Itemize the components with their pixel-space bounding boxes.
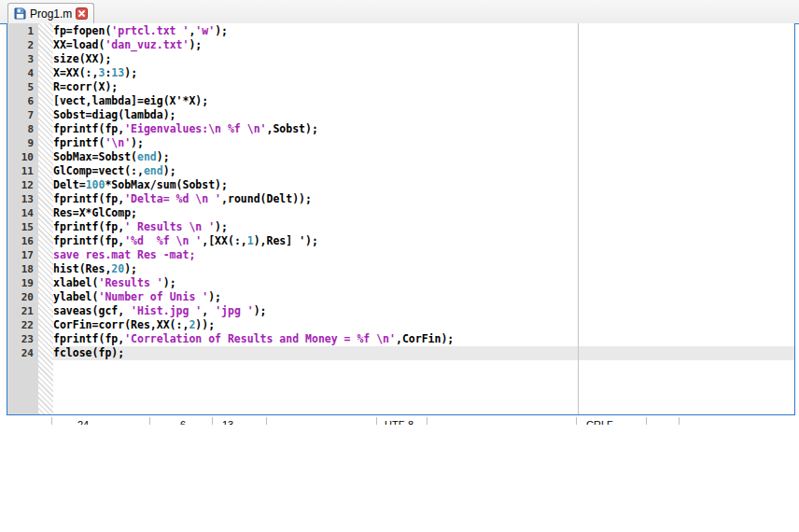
breakpoint-margin-cell[interactable]: [38, 164, 53, 178]
status-separator: [51, 417, 52, 425]
line-number: 24: [7, 346, 38, 360]
breakpoint-margin-cell[interactable]: [38, 346, 53, 360]
line-number: 21: [7, 304, 38, 318]
code-line[interactable]: 19xlabel('Results ');: [7, 276, 794, 290]
code-line[interactable]: 3size(XX);: [7, 52, 794, 66]
status-separator: [427, 417, 428, 425]
line-number: 17: [7, 248, 38, 262]
breakpoint-margin-cell[interactable]: [38, 80, 53, 94]
code-text: fprintf(fp,' Results \n ');: [53, 220, 228, 234]
code-line[interactable]: 15fprintf(fp,' Results \n ');: [7, 220, 794, 234]
code-line[interactable]: 18hist(Res,20);: [7, 262, 794, 276]
breakpoint-margin-cell[interactable]: [38, 136, 53, 150]
breakpoint-margin-cell[interactable]: [38, 304, 53, 318]
line-number: 14: [7, 206, 38, 220]
code-line[interactable]: 20ylabel('Number of Unis ');: [7, 290, 794, 304]
code-text: CorFin=corr(Res,XX(:,2));: [53, 318, 215, 332]
status-separator: [149, 417, 150, 425]
breakpoint-margin-cell[interactable]: [38, 178, 53, 192]
code-line[interactable]: 8fprintf(fp,'Eigenvalues:\n %f \n',Sobst…: [7, 122, 794, 136]
code-line[interactable]: 16fprintf(fp,'%d %f \n ',[XX(:,1),Res] '…: [7, 234, 794, 248]
breakpoint-margin-cell[interactable]: [38, 24, 53, 38]
status-field-column: 6: [180, 419, 186, 425]
line-number: 18: [7, 262, 38, 276]
code-line[interactable]: 6[vect,lambda]=eig(X'*X);: [7, 94, 794, 108]
breakpoint-margin-cell[interactable]: [38, 248, 53, 262]
breakpoint-margin-cell[interactable]: [38, 94, 53, 108]
code-editor[interactable]: 1fp=fopen('prtcl.txt ','w');2XX=load('da…: [7, 23, 795, 415]
breakpoint-margin-cell[interactable]: [38, 318, 53, 332]
breakpoint-margin-cell[interactable]: [38, 150, 53, 164]
line-number: 7: [7, 108, 38, 122]
code-line[interactable]: 1fp=fopen('prtcl.txt ','w');: [7, 24, 794, 38]
code-text: GlComp=vect(:,end);: [53, 164, 176, 178]
code-line[interactable]: 2XX=load('dan_vuz.txt');: [7, 38, 794, 52]
breakpoint-margin-cell[interactable]: [38, 66, 53, 80]
line-number: 4: [7, 66, 38, 80]
code-text: Sobst=diag(lambda);: [53, 108, 176, 122]
code-text: fprintf('\n');: [53, 136, 144, 150]
breakpoint-margin-cell[interactable]: [38, 332, 53, 346]
status-field-line-ending: CRLF: [586, 419, 613, 425]
status-separator: [679, 417, 680, 425]
code-line[interactable]: 22CorFin=corr(Res,XX(:,2));: [7, 318, 794, 332]
code-line[interactable]: 24fclose(fp);: [7, 346, 794, 360]
status-field-encoding: UTF-8: [385, 419, 414, 425]
code-line[interactable]: 21saveas(gcf, 'Hist.jpg ', 'jpg ');: [7, 304, 794, 318]
line-number: 23: [7, 332, 38, 346]
breakpoint-margin-cell[interactable]: [38, 290, 53, 304]
tab-bar: Prog1.m: [0, 0, 799, 24]
status-separator: [376, 417, 377, 425]
code-text: size(XX);: [53, 52, 111, 66]
line-number: 5: [7, 80, 38, 94]
status-field-position: 13: [222, 419, 233, 425]
screen: Prog1.m 1fp=fopen('prtcl.txt ','w');2XX=…: [0, 0, 799, 532]
breakpoint-margin-cell[interactable]: [38, 52, 53, 66]
line-number: 16: [7, 234, 38, 248]
line-number: 9: [7, 136, 38, 150]
line-number: 20: [7, 290, 38, 304]
code-lines: 1fp=fopen('prtcl.txt ','w');2XX=load('da…: [7, 24, 794, 360]
save-icon: [14, 7, 26, 20]
breakpoint-margin-cell[interactable]: [38, 192, 53, 206]
breakpoint-margin-cell[interactable]: [38, 234, 53, 248]
line-number: 11: [7, 164, 38, 178]
print-margin-line: [578, 23, 579, 414]
code-line[interactable]: 12Delt=100*SobMax/sum(Sobst);: [7, 178, 794, 192]
code-text: xlabel('Results ');: [53, 276, 176, 290]
code-line[interactable]: 23fprintf(fp,'Correlation of Results and…: [7, 332, 794, 346]
code-line[interactable]: 17save res.mat Res -mat;: [7, 248, 794, 262]
code-line[interactable]: 7Sobst=diag(lambda);: [7, 108, 794, 122]
code-text: save res.mat Res -mat;: [53, 248, 195, 262]
breakpoint-margin-cell[interactable]: [38, 220, 53, 234]
code-line[interactable]: 11GlComp=vect(:,end);: [7, 164, 794, 178]
breakpoint-margin-cell[interactable]: [38, 122, 53, 136]
line-number: 6: [7, 94, 38, 108]
code-text: Res=X*GlComp;: [53, 206, 137, 220]
close-icon[interactable]: [76, 7, 88, 20]
code-text: fprintf(fp,'Delta= %d \n ',round(Delt));: [53, 192, 312, 206]
breakpoint-margin-cell[interactable]: [38, 108, 53, 122]
breakpoint-margin-cell[interactable]: [38, 38, 53, 52]
breakpoint-margin-cell[interactable]: [38, 276, 53, 290]
status-field-line-count: 24: [77, 419, 89, 425]
breakpoint-margin-cell[interactable]: [38, 262, 53, 276]
code-line[interactable]: 10SobMax=Sobst(end);: [7, 150, 794, 164]
code-text: X=XX(:,3:13);: [53, 66, 137, 80]
status-separator: [576, 417, 577, 425]
code-text: saveas(gcf, 'Hist.jpg ', 'jpg ');: [53, 304, 267, 318]
code-text: hist(Res,20);: [53, 262, 137, 276]
code-text: fprintf(fp,'Eigenvalues:\n %f \n',Sobst)…: [53, 122, 318, 136]
tab-prog1m[interactable]: Prog1.m: [7, 3, 94, 23]
status-separator: [212, 417, 213, 425]
breakpoint-margin-cell[interactable]: [38, 206, 53, 220]
line-number: 1: [7, 24, 38, 38]
code-line[interactable]: 4X=XX(:,3:13);: [7, 66, 794, 80]
code-line[interactable]: 5R=corr(X);: [7, 80, 794, 94]
code-text: fprintf(fp,'%d %f \n ',[XX(:,1),Res] ');: [53, 234, 318, 248]
line-number: 8: [7, 122, 38, 136]
code-text: fp=fopen('prtcl.txt ','w');: [53, 24, 228, 38]
code-line[interactable]: 9fprintf('\n');: [7, 136, 794, 150]
code-line[interactable]: 14Res=X*GlComp;: [7, 206, 794, 220]
code-line[interactable]: 13fprintf(fp,'Delta= %d \n ',round(Delt)…: [7, 192, 794, 206]
